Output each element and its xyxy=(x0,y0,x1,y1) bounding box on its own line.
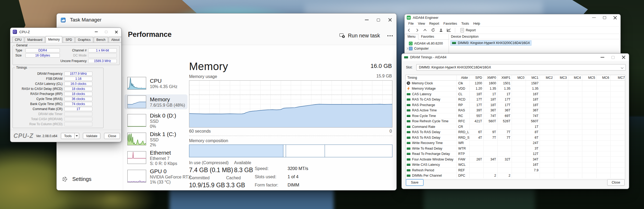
table-row[interactable]: RAS To RAS Delay RRD_S 4T7T7T6T xyxy=(406,135,625,141)
column-header[interactable]: MC1 xyxy=(526,75,540,81)
nav-tab[interactable]: Menu xyxy=(405,34,418,40)
timing-value xyxy=(554,140,568,146)
table-row[interactable]: RAS Active Time RAS 39T36T36T36T xyxy=(406,108,625,113)
table-row[interactable]: CAS Latency CL 18T1T1T16T xyxy=(406,92,625,97)
menu-item[interactable]: Help xyxy=(471,21,482,26)
table-row[interactable]: Command Rate CR 1T xyxy=(406,124,625,130)
cpuz-tab[interactable]: Graphics xyxy=(75,37,93,42)
back-icon[interactable] xyxy=(407,28,412,33)
more-options-button[interactable] xyxy=(385,32,395,40)
channel-label: Channel # xyxy=(66,49,88,52)
save-button[interactable]: Save xyxy=(406,179,423,186)
column-header[interactable]: MC5 xyxy=(582,75,596,81)
cpuz-titlebar[interactable]: CPU-Z xyxy=(10,28,121,36)
table-row[interactable]: RAS Precharge RP 17T18T17T18T xyxy=(406,102,625,108)
menu-item[interactable]: View xyxy=(416,21,427,26)
table-row[interactable]: RAS To CAS Delay RCD 17T18T17T18T xyxy=(406,97,625,102)
minimize-icon[interactable] xyxy=(589,14,599,21)
settings-button[interactable]: Settings xyxy=(60,174,119,184)
column-header[interactable]: Abbr xyxy=(457,75,469,81)
tree-item[interactable]: Computer xyxy=(405,46,449,51)
sidebar-item[interactable]: GPU 0 NVIDIA GeForce RTX... 1% (33 °C) xyxy=(124,169,187,184)
menu-item[interactable]: Report xyxy=(427,21,441,26)
sidebar-item[interactable]: Memory 7.6/15.9 GB (48%) xyxy=(124,94,187,109)
column-header[interactable]: MC4 xyxy=(568,75,582,81)
table-row[interactable]: Row Cycle Time RC 55T74T69T74T xyxy=(406,113,625,119)
tree-item[interactable]: AIDA64 v6.80.6200 xyxy=(405,41,449,46)
timing-value xyxy=(554,151,568,157)
cpuz-tab[interactable]: CPU xyxy=(12,37,24,42)
cpuz-tab[interactable]: Bench xyxy=(94,37,108,42)
close-button[interactable]: Close xyxy=(607,179,625,186)
forward-icon[interactable] xyxy=(415,28,419,33)
graph-icon[interactable] xyxy=(446,28,451,33)
table-row[interactable]: DIMMs Per Channel DPC 22 xyxy=(406,173,625,178)
user-icon[interactable] xyxy=(439,28,443,33)
table-row[interactable]: Memory Clock Clk 1200160015011587 xyxy=(406,81,625,86)
column-header[interactable]: MC7 xyxy=(610,75,625,81)
close-icon[interactable] xyxy=(384,14,396,26)
table-row[interactable]: Write To Read Delay WTR 3T xyxy=(406,146,625,151)
minimize-icon[interactable] xyxy=(361,14,373,26)
table-row[interactable]: Write Recovery Time WR 24T xyxy=(406,140,625,146)
up-icon[interactable] xyxy=(423,28,427,33)
device-description-header[interactable]: Device Description xyxy=(449,34,620,39)
cpuz-tab[interactable]: About xyxy=(109,37,122,42)
cpuz-tab[interactable]: Mainboard xyxy=(25,37,45,42)
memory-composition-bar[interactable] xyxy=(189,145,392,157)
maximize-icon[interactable] xyxy=(373,14,384,26)
timing-value xyxy=(512,108,526,113)
timing-value xyxy=(469,140,483,146)
sidebar-item-name: Disk 0 (D:) xyxy=(150,112,176,119)
task-manager-titlebar[interactable]: Task Manager xyxy=(57,14,396,26)
validate-button[interactable]: Validate xyxy=(83,133,100,139)
minimize-icon[interactable] xyxy=(91,28,101,36)
sidebar-item[interactable]: CPU 10% 4.35 GHz xyxy=(124,76,187,91)
tools-button[interactable]: Tools xyxy=(61,133,75,139)
cpuz-footer: CPU-Z Ver. 2.08.0.x64 Tools Validate Clo… xyxy=(10,130,121,142)
cpuz-tab[interactable]: SPD xyxy=(63,37,75,42)
table-row[interactable]: Four Activate Window Delay FAW 26T34T32T… xyxy=(406,157,625,162)
cpuz-tab[interactable]: Memory xyxy=(46,36,62,43)
table-row[interactable]: Refresh Period REF 7.9 xyxy=(406,168,625,173)
close-icon[interactable] xyxy=(610,14,620,21)
close-icon[interactable] xyxy=(111,28,121,36)
sidebar-item[interactable]: Ethernet Ethernet 7 S: 0 R: 0 Kbps xyxy=(124,150,187,165)
type-label: Type xyxy=(15,49,25,52)
slot-select[interactable]: DIMM3: Kingston HyperX KHX3200C16D4/16GX xyxy=(416,64,626,71)
close-icon[interactable] xyxy=(618,54,629,61)
menu-item[interactable]: File xyxy=(406,21,416,26)
timing-value: 7T xyxy=(497,129,512,135)
sidebar-item[interactable]: Disk 0 (D:) SSD 0% xyxy=(124,113,187,128)
aida64-titlebar[interactable]: 64 AIDA64 Engineer xyxy=(405,14,620,21)
maximize-icon[interactable] xyxy=(599,14,610,21)
run-new-task-button[interactable]: Run new task xyxy=(336,30,384,41)
menu-item[interactable]: Tools xyxy=(459,21,471,26)
column-header[interactable]: MC6 xyxy=(596,75,610,81)
column-header[interactable]: XMP0 xyxy=(483,75,497,81)
column-header[interactable]: XMP1 xyxy=(497,75,512,81)
device-row[interactable]: DIMM3: Kingston HyperX KHX3200C16D4/16GX xyxy=(450,40,531,46)
refresh-icon[interactable] xyxy=(431,28,435,33)
report-button[interactable]: Report xyxy=(459,28,477,33)
column-header[interactable]: MC0 xyxy=(512,75,526,81)
timing-value xyxy=(540,92,554,97)
table-row[interactable]: Row Refresh Cycle Time RFC 421T560T526T5… xyxy=(406,119,625,124)
table-row[interactable]: RAS To RAS Delay RRD_L 6T9T7T8T xyxy=(406,129,625,135)
close-button[interactable]: Close xyxy=(104,133,120,139)
minimize-icon[interactable] xyxy=(597,54,608,61)
table-row[interactable]: Memory Voltage VDD 1.201.351.351.35 xyxy=(406,86,625,92)
column-header[interactable]: MC3 xyxy=(554,75,568,81)
tools-dropdown-button[interactable] xyxy=(74,133,79,139)
column-header[interactable]: MC2 xyxy=(540,75,554,81)
nav-tab[interactable]: Favorites xyxy=(418,34,437,39)
table-row[interactable]: Write CAS Latency WCL 16T xyxy=(406,162,625,168)
dram-titlebar[interactable]: DRAM Timings - AIDA64 xyxy=(402,54,629,61)
column-header[interactable]: SPD xyxy=(469,75,483,81)
tree-item-label: AIDA64 v6.80.6200 xyxy=(414,42,443,45)
sidebar-item[interactable]: Disk 1 (C:) SSD 2% xyxy=(124,132,187,146)
menu-item[interactable]: Favorites xyxy=(441,21,459,26)
table-row[interactable]: Read To Precharge Delay RTP 12T xyxy=(406,151,625,157)
column-header[interactable]: Timing xyxy=(406,75,457,81)
chevron-right-icon[interactable] xyxy=(406,47,408,49)
